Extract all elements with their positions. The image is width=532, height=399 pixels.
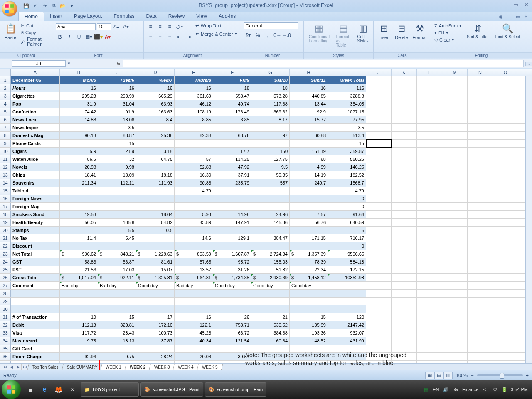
cell[interactable]: 922.11 [98, 274, 136, 281]
cell[interactable]: 249.7 [290, 179, 328, 187]
cell[interactable]: 24.96 [251, 211, 290, 218]
cell[interactable] [175, 203, 213, 210]
cell[interactable] [366, 116, 392, 123]
cell[interactable] [213, 195, 251, 202]
cell[interactable]: 78.39 [290, 258, 328, 266]
row-label[interactable]: Room Charge [11, 353, 60, 360]
row-header[interactable]: 3 [0, 92, 11, 100]
align-middle-icon[interactable]: ≡ [156, 22, 164, 31]
cell[interactable]: 90.13 [60, 132, 98, 139]
row-header[interactable]: 12 [0, 163, 11, 171]
cell[interactable] [392, 155, 417, 163]
cell[interactable] [442, 329, 468, 337]
cell[interactable] [366, 329, 392, 337]
cell[interactable]: 20.03 [175, 353, 213, 360]
header-cell[interactable]: Tues/6 [98, 76, 136, 84]
cell[interactable] [98, 211, 136, 218]
sheet-nav-next-icon[interactable]: ▶ [15, 364, 22, 370]
row-header[interactable]: 33 [0, 329, 11, 337]
view-layout-icon[interactable]: ▤ [434, 372, 443, 379]
cell[interactable] [442, 203, 468, 210]
cell[interactable] [442, 132, 468, 139]
cell[interactable] [468, 179, 493, 187]
row-header[interactable]: 31 [0, 313, 11, 321]
sheet-tab-week-4[interactable]: WEEK 4 [173, 364, 199, 370]
row-header[interactable]: 29 [0, 298, 11, 305]
cell[interactable]: 21.9 [98, 148, 136, 155]
open-icon[interactable]: 📂 [59, 2, 66, 10]
cell[interactable]: 51.32 [251, 266, 290, 273]
cell[interactable] [366, 250, 392, 258]
cell[interactable]: 15 [328, 140, 366, 147]
doc-close-icon[interactable]: ✕ [524, 14, 528, 20]
cell[interactable] [392, 282, 417, 289]
cell[interactable] [251, 187, 290, 195]
cell[interactable]: 0 [328, 195, 366, 202]
cell[interactable]: 105.8 [98, 219, 136, 226]
col-header-N[interactable]: N [468, 69, 493, 76]
align-bottom-icon[interactable]: ≡ [165, 22, 174, 31]
cell[interactable] [493, 313, 518, 321]
undo-icon[interactable]: ↶ [32, 2, 39, 10]
cell[interactable] [392, 108, 417, 116]
cell[interactable] [468, 242, 493, 250]
cell[interactable] [60, 195, 98, 202]
cell[interactable] [392, 250, 417, 258]
row-label[interactable]: Debit [11, 321, 60, 329]
cell[interactable]: 68.76 [213, 132, 251, 139]
row-label[interactable]: GST [11, 258, 60, 266]
view-pagebreak-icon[interactable]: ▥ [443, 372, 453, 379]
cell[interactable] [98, 203, 136, 210]
row-label[interactable]: News Import [11, 124, 60, 131]
cell[interactable] [251, 227, 290, 234]
cell[interactable]: 176.49 [213, 108, 251, 116]
cell[interactable]: 47.92 [213, 163, 251, 171]
cell[interactable] [493, 258, 518, 266]
doc-minimize-icon[interactable]: ― [507, 14, 512, 20]
cell[interactable]: 2,724.34 [251, 250, 290, 258]
cell[interactable] [468, 282, 493, 289]
cell[interactable] [468, 250, 493, 258]
col-header-M[interactable]: M [442, 69, 468, 76]
cell[interactable] [468, 203, 493, 210]
cell[interactable] [60, 187, 98, 195]
cell[interactable] [417, 329, 442, 337]
row-label[interactable]: Souvenirs [11, 179, 60, 187]
cell[interactable] [442, 234, 468, 242]
col-header-L[interactable]: L [417, 69, 442, 76]
cell[interactable] [493, 298, 518, 305]
header-cell[interactable]: Mon/5 [60, 76, 98, 84]
col-header-H[interactable]: H [290, 69, 328, 76]
row-label[interactable]: Health/Beauty [11, 219, 60, 226]
cell[interactable] [442, 290, 468, 297]
row-label[interactable]: Confection [11, 108, 60, 116]
cell[interactable]: 182.52 [328, 171, 366, 179]
cell[interactable]: 1,228.63 [136, 250, 175, 258]
cell[interactable] [442, 155, 468, 163]
cell[interactable] [442, 76, 468, 84]
cell[interactable] [98, 290, 136, 297]
cell[interactable] [136, 298, 175, 305]
row-label[interactable]: No Tax [11, 234, 60, 242]
cell[interactable] [417, 92, 442, 100]
cell[interactable] [213, 298, 251, 305]
cell[interactable] [468, 266, 493, 273]
cell[interactable]: 893.59 [175, 250, 213, 258]
cell[interactable] [366, 258, 392, 266]
cell[interactable]: 46.12 [175, 100, 213, 108]
cell[interactable]: 3.18 [136, 148, 175, 155]
cell[interactable]: 10352.93 [328, 274, 366, 281]
cell[interactable]: 15.07 [136, 266, 175, 273]
cell[interactable] [417, 163, 442, 171]
cell[interactable] [417, 274, 442, 281]
cell[interactable]: 550.25 [328, 155, 366, 163]
cell[interactable] [60, 227, 98, 234]
cell[interactable] [493, 329, 518, 337]
col-header-F[interactable]: F [213, 69, 251, 76]
active-cell[interactable] [366, 140, 392, 147]
cell-styles-button[interactable]: ▥Cell Styles [355, 22, 371, 44]
cell[interactable] [442, 92, 468, 100]
row-label[interactable]: Chips [11, 171, 60, 179]
cell[interactable] [290, 298, 328, 305]
cell[interactable] [417, 242, 442, 250]
